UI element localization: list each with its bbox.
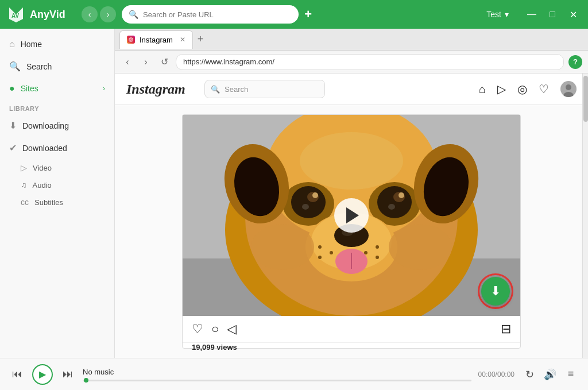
next-icon: ⏭ [63,368,73,380]
play-triangle-icon [346,207,359,223]
repeat-button[interactable]: ↻ [521,366,537,383]
user-menu[interactable]: Test ▾ [486,10,509,19]
user-name: Test [486,10,501,19]
sidebar-item-video[interactable]: ▷ Video [0,159,114,176]
sidebar-item-sites[interactable]: ● Sites › [0,78,114,99]
sidebar-item-label: Sites [21,84,38,93]
tab-label: Instagram [140,36,173,44]
svg-point-17 [291,186,326,218]
tab-close-button[interactable]: ✕ [180,36,185,44]
help-button[interactable]: ? [568,55,582,69]
forward-button[interactable]: › [100,6,116,22]
search-icon: 🔍 [9,61,21,72]
ig-home-icon[interactable]: ⌂ [479,83,486,96]
play-button[interactable] [334,198,369,233]
track-name: No music [83,368,471,376]
ig-post: ⬇ ♡ ○ ◁ ⊟ 19,099 views [182,114,521,349]
home-icon: ⌂ [9,39,15,49]
player-controls-right: ↻ 🔊 ≡ [521,366,579,383]
audio-icon: ♫ [21,180,27,190]
subtitles-icon: cc [21,198,29,207]
track-progress-bar[interactable] [83,380,471,381]
ig-avatar[interactable] [560,81,577,97]
svg-point-21 [312,192,318,198]
title-bar: AV AnyVid ‹ › 🔍 + Test ▾ — □ ✕ [0,0,588,29]
chevron-right-icon: › [103,84,105,92]
svg-point-40 [318,256,322,259]
ig-logo: Instagram [126,82,195,97]
progress-dot [84,378,88,383]
ig-paper-icon[interactable]: ▷ [497,82,506,96]
nav-arrows: ‹ › [82,6,116,22]
svg-point-41 [376,245,379,249]
sidebar-item-home[interactable]: ⌂ Home [0,33,114,55]
back-button[interactable]: ‹ [82,6,98,22]
svg-point-38 [318,245,322,249]
sidebar-item-downloaded[interactable]: ✔ Downloaded [0,137,114,159]
addr-back-button[interactable]: ‹ [121,55,134,69]
share-icon[interactable]: ◁ [227,322,237,337]
close-button[interactable]: ✕ [565,6,581,22]
track-info: No music [83,368,471,381]
repeat-icon: ↻ [525,368,534,381]
ig-search-icon: 🔍 [211,85,220,94]
address-input[interactable] [176,54,564,70]
sidebar-item-search[interactable]: 🔍 Search [0,55,114,78]
ig-search-bar[interactable]: 🔍 Instagram Search [204,80,325,98]
svg-point-36 [251,224,314,270]
maximize-button[interactable]: □ [544,6,560,22]
add-tab-button[interactable]: + [304,7,312,22]
scrollbar[interactable] [582,74,588,358]
sidebar-item-label: Downloading [22,121,69,130]
scrollbar-thumb[interactable] [583,76,588,122]
queue-icon: ≡ [568,368,574,380]
download-video-button[interactable]: ⬇ [481,277,510,306]
instagram-page: Instagram 🔍 Instagram Search ⌂ ▷ ◎ ♡ [115,74,588,358]
addr-forward-button[interactable]: › [139,55,153,69]
post-actions: ♡ ○ ◁ ⊟ [183,316,520,343]
addr-reload-button[interactable]: ↺ [157,55,171,69]
queue-button[interactable]: ≡ [563,366,579,383]
address-bar: ‹ › ↺ ? [115,51,588,74]
prev-icon: ⏮ [12,368,22,380]
new-tab-button[interactable]: + [193,33,208,45]
tab-instagram[interactable]: Instagram ✕ [119,30,193,49]
svg-point-37 [389,224,452,270]
sidebar-sub-label: Video [33,164,52,172]
sidebar-item-downloading[interactable]: ⬇ Downloading [0,114,114,137]
ig-explore-icon[interactable]: ◎ [517,82,527,96]
like-icon[interactable]: ♡ [192,322,203,337]
ig-header: Instagram 🔍 Instagram Search ⌂ ▷ ◎ ♡ [115,74,588,105]
volume-button[interactable]: 🔊 [542,366,558,383]
next-track-button[interactable]: ⏭ [60,366,76,383]
logo-icon: AV [7,5,25,24]
check-circle-icon: ✔ [9,142,17,153]
sidebar-item-label: Search [26,62,52,71]
sidebar-item-audio[interactable]: ♫ Audio [0,176,114,194]
sidebar-item-label: Home [21,40,42,49]
comment-icon[interactable]: ○ [211,322,219,337]
chevron-down-icon: ▾ [505,10,509,19]
search-icon: 🔍 [129,10,138,19]
svg-point-18 [377,186,412,218]
ig-heart-icon[interactable]: ♡ [539,82,549,96]
svg-point-39 [330,251,333,254]
search-input[interactable] [143,10,292,19]
play-pause-button[interactable]: ▶ [32,364,53,385]
sites-icon: ● [9,83,15,94]
svg-point-8 [566,84,571,90]
svg-point-23 [302,204,309,210]
window-controls: — □ ✕ [524,6,581,22]
video-icon: ▷ [21,163,27,172]
prev-track-button[interactable]: ⏮ [9,366,25,383]
search-bar[interactable]: 🔍 [122,5,299,24]
volume-icon: 🔊 [544,368,556,381]
svg-point-42 [364,251,368,254]
tab-bar: Instagram ✕ + [115,29,588,51]
minimize-button[interactable]: — [524,6,540,22]
sidebar-item-subtitles[interactable]: cc Subtitles [0,194,114,211]
main-area: ⌂ Home 🔍 Search ● Sites › Library ⬇ Down… [0,29,588,358]
instagram-favicon [127,36,135,44]
bookmark-icon[interactable]: ⊟ [501,322,511,337]
video-container[interactable]: ⬇ [183,115,520,316]
